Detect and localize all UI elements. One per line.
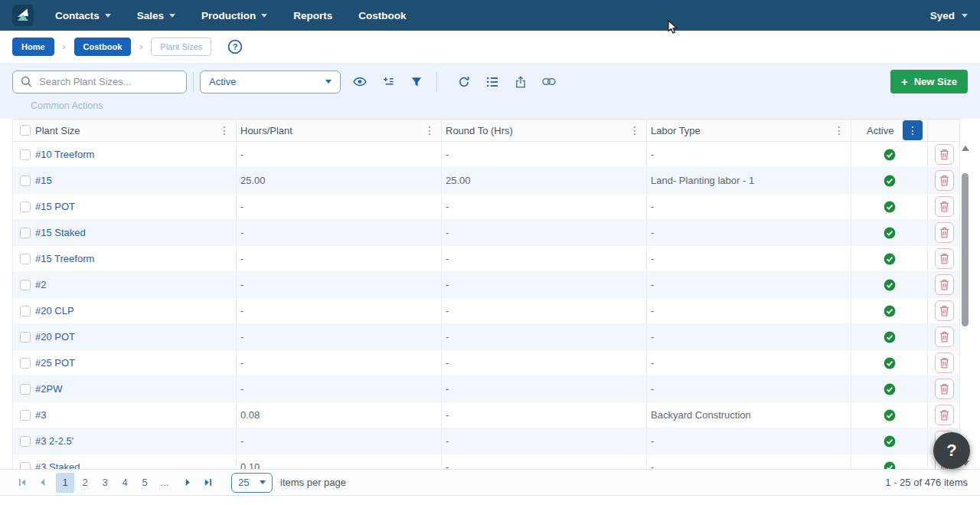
new-size-button[interactable]: + New Size [890, 70, 968, 93]
plant-size-link[interactable]: #15 POT [35, 201, 75, 212]
row-checkbox[interactable] [20, 358, 31, 369]
filter-icon[interactable] [407, 73, 426, 91]
floating-help-button[interactable]: ? [933, 432, 970, 469]
user-menu[interactable]: Syed [930, 10, 968, 21]
last-page-button[interactable] [198, 474, 217, 492]
row-checkbox[interactable] [20, 175, 31, 186]
trash-icon [939, 279, 949, 290]
page-button-2[interactable]: 2 [76, 473, 94, 493]
new-size-label: New Size [914, 76, 957, 87]
table-row: #15 25.00 25.00 Land- Planting labor - 1 [13, 168, 959, 194]
scroll-up-icon[interactable] [962, 146, 969, 151]
delete-button[interactable] [935, 405, 954, 425]
delete-button[interactable] [935, 170, 954, 191]
delete-button[interactable] [935, 274, 954, 295]
trash-icon [939, 175, 949, 186]
common-actions-link[interactable]: Common Actions [31, 100, 968, 111]
delete-button[interactable] [935, 222, 954, 243]
row-checkbox[interactable] [20, 436, 31, 447]
row-checkbox[interactable] [20, 462, 31, 470]
main-nav: ContactsSalesProductionReportsCostbook [55, 10, 407, 21]
plant-size-link[interactable]: #15 Treeform [35, 253, 94, 264]
add-column-icon[interactable] [379, 73, 397, 91]
plant-size-link[interactable]: #3 2-2.5' [35, 435, 74, 447]
delete-button[interactable] [935, 353, 954, 373]
delete-button[interactable] [935, 379, 954, 399]
plant-size-link[interactable]: #2 [35, 279, 46, 290]
vertical-scrollbar[interactable] [961, 143, 970, 467]
app-logo-icon[interactable] [12, 5, 34, 26]
nav-item-production[interactable]: Production [201, 10, 267, 21]
trash-icon [939, 383, 949, 395]
plant-size-link[interactable]: #15 [35, 175, 52, 186]
first-page-button[interactable] [12, 474, 32, 492]
table-row: #15 Staked - - - [13, 220, 959, 246]
active-check-icon [884, 253, 896, 265]
row-checkbox[interactable] [20, 306, 31, 316]
round-cell: - [441, 246, 646, 271]
link-icon[interactable] [540, 73, 558, 91]
plant-size-link[interactable]: #20 POT [35, 331, 75, 343]
active-column-menu-button[interactable]: ⋮ [903, 120, 923, 140]
plant-size-link[interactable]: #2PW [35, 383, 62, 395]
delete-button[interactable] [935, 196, 954, 217]
round-cell: - [441, 324, 646, 349]
help-icon[interactable]: ? [227, 39, 243, 54]
nav-item-costbook[interactable]: Costbook [358, 10, 406, 21]
page-button-3[interactable]: 3 [96, 473, 114, 493]
active-check-icon [884, 383, 896, 395]
hours-cell: - [236, 272, 441, 297]
nav-item-sales[interactable]: Sales [137, 10, 175, 21]
prev-page-button[interactable] [32, 474, 52, 492]
row-checkbox[interactable] [20, 384, 31, 395]
search-input[interactable] [39, 76, 178, 87]
page-size-select[interactable]: 25 [231, 473, 273, 493]
chevron-down-icon [260, 480, 266, 484]
delete-button[interactable] [935, 144, 954, 165]
select-all-checkbox[interactable] [20, 125, 31, 136]
plant-size-link[interactable]: #3 [35, 409, 46, 421]
row-checkbox[interactable] [20, 228, 31, 238]
column-menu-icon[interactable]: ⋮ [832, 125, 846, 136]
plant-size-link[interactable]: #3 Staked [35, 461, 80, 469]
active-check-icon [884, 357, 896, 369]
row-checkbox[interactable] [20, 332, 31, 343]
row-checkbox[interactable] [20, 280, 31, 290]
row-checkbox[interactable] [20, 202, 31, 212]
export-icon[interactable] [511, 73, 530, 91]
plant-size-link[interactable]: #10 Treeform [35, 149, 94, 160]
divider [193, 72, 194, 92]
row-checkbox[interactable] [20, 410, 31, 421]
status-filter-value: Active [209, 76, 236, 87]
delete-button[interactable] [935, 300, 954, 321]
row-checkbox[interactable] [20, 149, 31, 160]
status-filter-select[interactable]: Active [200, 71, 341, 93]
scrollbar-thumb[interactable] [962, 173, 969, 326]
refresh-icon[interactable] [455, 73, 473, 91]
list-view-icon[interactable] [483, 73, 501, 91]
hours-cell: - [236, 428, 441, 454]
column-menu-icon[interactable]: ⋮ [217, 125, 231, 136]
next-page-button[interactable] [178, 474, 198, 492]
plant-sizes-table: Plant Size ⋮ Hours/Plant ⋮ Round To (Hrs… [0, 119, 980, 469]
plant-size-link[interactable]: #20 CLP [35, 305, 74, 316]
active-check-icon [884, 149, 896, 161]
plant-size-link[interactable]: #15 Staked [35, 227, 86, 238]
active-check-icon [884, 409, 896, 421]
page-ellipsis[interactable]: ... [155, 473, 174, 493]
nav-item-reports[interactable]: Reports [293, 10, 332, 21]
delete-button[interactable] [935, 248, 954, 269]
column-menu-icon[interactable]: ⋮ [628, 125, 642, 136]
column-menu-icon[interactable]: ⋮ [423, 125, 436, 136]
delete-button[interactable] [935, 326, 954, 347]
row-checkbox[interactable] [20, 254, 31, 264]
nav-item-contacts[interactable]: Contacts [55, 10, 111, 21]
table-row: #15 Treeform - - - [13, 246, 959, 272]
eye-icon[interactable] [351, 73, 369, 91]
page-button-5[interactable]: 5 [136, 473, 154, 493]
breadcrumb-home[interactable]: Home [12, 38, 54, 56]
plant-size-link[interactable]: #25 POT [35, 357, 75, 369]
breadcrumb-costbook[interactable]: Costbook [74, 38, 132, 56]
page-button-1[interactable]: 1 [56, 473, 74, 493]
page-button-4[interactable]: 4 [116, 473, 134, 493]
